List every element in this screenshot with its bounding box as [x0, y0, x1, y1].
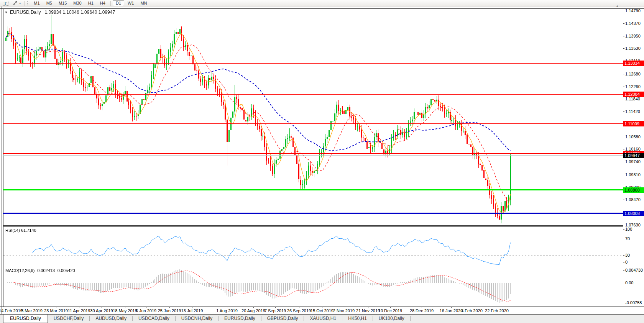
- symbol-label: EURUSD,Daily: [10, 10, 41, 15]
- rsi-tick-mark: [623, 229, 624, 230]
- timeframe-d1[interactable]: D1: [113, 0, 124, 6]
- main-chart-canvas[interactable]: [3, 9, 623, 225]
- timeframe-m5[interactable]: M5: [43, 0, 55, 6]
- rsi-axis-label: 100: [625, 227, 632, 231]
- time-tick-mark: [192, 307, 192, 308]
- level-line-1.13034[interactable]: [3, 63, 623, 64]
- macd-axis-label: 0.00: [625, 280, 633, 285]
- macd-tick-mark: [623, 270, 624, 271]
- title-dropdown-icon[interactable]: ▼: [5, 11, 8, 14]
- timeframe-w1[interactable]: W1: [125, 0, 137, 6]
- tab-eurusd-daily-5[interactable]: EURUSD,Daily: [219, 315, 261, 323]
- rsi-label: RSI(14) 61.7140: [5, 228, 36, 233]
- price-tick-mark: [623, 11, 624, 11]
- time-tick-mark: [125, 307, 125, 308]
- timeframe-toolbar: M1M5M15M30H1H4D1W1MN: [31, 0, 150, 6]
- price-tick-label: 1.09740: [625, 159, 641, 164]
- macd-tick-mark: [623, 303, 624, 303]
- rsi-canvas[interactable]: [3, 227, 623, 265]
- level-line-1.11009[interactable]: [3, 123, 623, 124]
- rsi-axis-label: 30: [625, 253, 630, 257]
- tab-usdchf-daily-1[interactable]: USDCHF,Daily: [48, 315, 90, 323]
- price-tick-mark: [623, 175, 624, 175]
- price-tick-mark: [623, 87, 624, 87]
- timeframe-h4[interactable]: H4: [97, 0, 108, 6]
- chevron-down-icon: ▾: [19, 1, 21, 6]
- level-line-1.08800[interactable]: [3, 189, 623, 190]
- time-tick-mark: [472, 307, 472, 308]
- timeframe-m15[interactable]: M15: [56, 0, 70, 6]
- price-tick-label: 1.12680: [625, 72, 641, 76]
- time-tick-mark: [344, 307, 344, 308]
- level-line-1.10008[interactable]: [3, 153, 623, 154]
- price-tag-1.13034: 1.13034: [623, 61, 644, 66]
- rsi-panel-bottom-border: [3, 265, 623, 265]
- text-tool-button[interactable]: T: [2, 1, 8, 6]
- tab-hk50-h1-8[interactable]: HK50,H1: [342, 315, 373, 323]
- price-tick-label: 1.13950: [625, 34, 641, 38]
- chart-tab-bar: EURUSD,DailyUSDCHF,DailyAUDUSD,DailyUSDC…: [0, 314, 644, 323]
- tab-xauusd-h1-7[interactable]: XAUUSD,H1: [304, 315, 342, 323]
- ohlc-values: 1.09834 1.10046 1.09640 1.09947: [45, 10, 115, 15]
- macd-label: MACD(12,26,9) -0.002413 -0.005420: [5, 268, 75, 273]
- level-line-1.09947[interactable]: [3, 155, 623, 156]
- toolbar-separator: [24, 1, 25, 6]
- price-tick-mark: [623, 36, 624, 36]
- window-left-highlight: [2, 7, 2, 314]
- time-tick-mark: [368, 307, 368, 308]
- price-tick-mark: [623, 149, 624, 149]
- level-line-1.12004[interactable]: [3, 94, 623, 95]
- timeframe-m30[interactable]: M30: [70, 0, 84, 6]
- price-tick-label: 1.08470: [625, 197, 641, 202]
- tab-gbpusd-daily-6[interactable]: GBPUSD,Daily: [261, 315, 304, 323]
- time-tick-mark: [227, 307, 227, 308]
- tab-separator: [410, 316, 411, 321]
- price-tick-mark: [623, 137, 624, 137]
- toolbar: T ▾ M1M5M15M30H1H4D1W1MN: [0, 0, 644, 7]
- scroll-up-icon[interactable]: ▴: [616, 4, 618, 8]
- macd-tick-mark: [623, 283, 624, 283]
- macd-axis-label: 0.004738: [625, 268, 643, 272]
- time-tick-mark: [56, 307, 56, 308]
- macd-canvas[interactable]: [3, 266, 623, 307]
- price-tick-label: 1.13530: [625, 46, 641, 51]
- timeframe-mn[interactable]: MN: [137, 0, 150, 6]
- price-tick-label: 1.11420: [625, 109, 640, 114]
- main-panel-bottom-border: [3, 225, 623, 226]
- timeframe-h1[interactable]: H1: [85, 0, 97, 6]
- date-label: 22 Feb 2020: [480, 308, 514, 313]
- time-tick-mark: [422, 307, 422, 308]
- time-tick-mark: [275, 307, 276, 308]
- chart-title: ▼EURUSD,Daily1.09834 1.10046 1.09640 1.0…: [5, 10, 115, 15]
- price-tick-label: 1.14370: [625, 21, 641, 26]
- tab-usdcnh-daily-4[interactable]: USDCNH,Daily: [176, 315, 218, 323]
- price-tag-1.08800: 1.08800: [623, 187, 644, 193]
- time-tick-mark: [497, 307, 497, 308]
- time-tick-mark: [299, 307, 299, 308]
- time-tick-mark: [169, 307, 170, 308]
- price-tick-label: 1.09310: [625, 172, 641, 177]
- price-tick-mark: [623, 111, 624, 112]
- price-tick-mark: [623, 48, 624, 49]
- price-tag-1.12004: 1.12004: [623, 92, 644, 97]
- price-tick-label: 1.11840: [625, 97, 640, 101]
- macd-axis-label: -0.00758: [625, 300, 642, 305]
- tab-eurusd-daily-0[interactable]: EURUSD,Daily: [3, 315, 48, 323]
- time-tick-mark: [253, 307, 254, 308]
- tab-usdcad-daily-3[interactable]: USDCAD,Daily: [133, 315, 175, 323]
- tab-audusd-daily-2[interactable]: AUDUSD,Daily: [90, 315, 132, 323]
- date-label: 28 Dec 2019: [405, 308, 439, 313]
- toolbar-grip[interactable]: [27, 1, 29, 5]
- price-tick-label: 1.12260: [625, 84, 641, 89]
- price-tick-label: 1.10580: [625, 134, 641, 139]
- timeframe-m1[interactable]: M1: [31, 0, 43, 6]
- date-label: 13 Jul 2019: [175, 308, 209, 313]
- price-tag-1.09947: 1.09947: [623, 153, 644, 158]
- rsi-axis-label: 70: [625, 236, 630, 241]
- rsi-tick-mark: [623, 262, 624, 262]
- tab-uk100-daily-9[interactable]: UK100,Daily: [373, 315, 410, 323]
- price-tick-mark: [623, 162, 624, 162]
- cursor-tool-button[interactable]: ▾: [11, 0, 23, 6]
- level-line-1.08008[interactable]: [3, 213, 623, 214]
- toolbar-separator: [110, 1, 111, 6]
